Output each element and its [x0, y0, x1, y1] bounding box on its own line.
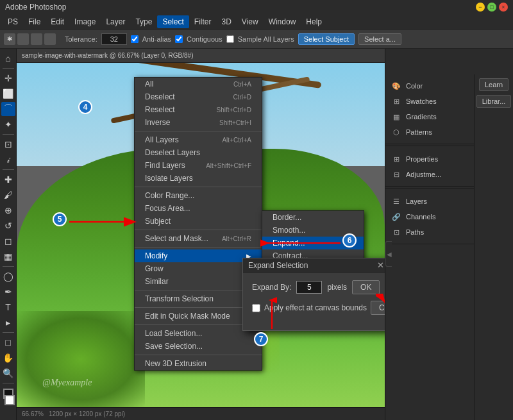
menu-item-reselect[interactable]: ReselectShift+Ctrl+D [135, 103, 262, 116]
hand-tool[interactable]: ✋ [1, 351, 15, 365]
sample-all-checkbox[interactable] [226, 35, 234, 43]
expand-cancel-button[interactable]: Cancel [371, 301, 385, 315]
expand-ok-button[interactable]: OK [352, 280, 380, 294]
marquee-tool[interactable]: ⬜ [1, 87, 15, 101]
toolbar-separator-6 [3, 383, 14, 383]
tool-icon-3[interactable] [31, 33, 42, 45]
dodge-tool[interactable]: ◯ [1, 269, 15, 283]
path-select-tool[interactable]: ▸ [1, 315, 15, 330]
tool-icon-2[interactable] [17, 33, 29, 45]
toolbar-separator-2 [3, 134, 14, 135]
background-color[interactable] [4, 395, 15, 405]
tolerance-input[interactable] [101, 33, 127, 45]
eyedropper-tool[interactable]: 𝒾 [1, 153, 15, 167]
panel-columns: 🎨 Color ⊞ Swatches ▦ Gradients ⬡ [385, 74, 513, 420]
expand-dialog-close-button[interactable]: ✕ [377, 260, 384, 270]
submenu-item-border[interactable]: Border... [262, 211, 364, 224]
apply-effect-checkbox[interactable] [252, 304, 260, 312]
crop-tool[interactable]: ⊡ [1, 137, 15, 151]
menu-window[interactable]: Window [264, 15, 301, 28]
menu-item-all[interactable]: AllCtrl+A [135, 78, 262, 90]
learn-button[interactable]: Learn [479, 78, 509, 91]
select-mask-button[interactable]: Select a... [358, 33, 401, 45]
menu-item-isolate-layers[interactable]: Isolate Layers [135, 172, 262, 185]
shape-tool[interactable]: □ [1, 335, 15, 349]
menu-filter[interactable]: Filter [189, 15, 217, 28]
pen-tool[interactable]: ✒ [1, 285, 15, 299]
brush-tool[interactable]: 🖌 [1, 188, 15, 202]
layers-panel-row[interactable]: ☰ Layers [391, 194, 469, 209]
paths-label: Paths [406, 228, 424, 236]
menu-view[interactable]: View [237, 15, 264, 28]
gradient-tool[interactable]: ▦ [1, 249, 15, 264]
menu-sep-3 [135, 230, 262, 230]
gradients-panel-row[interactable]: ▦ Gradients [391, 109, 469, 124]
color-icon: 🎨 [391, 80, 402, 92]
menu-item-inverse[interactable]: InverseShift+Ctrl+I [135, 116, 262, 129]
zoom-tool[interactable]: 🔍 [1, 366, 15, 380]
toolbar-separator-4 [3, 266, 14, 267]
lasso-tool[interactable]: ⌒ [1, 102, 15, 116]
channels-icon: 🔗 [391, 211, 402, 223]
properties-label: Properties [406, 155, 438, 163]
home-tool[interactable]: ⌂ [1, 51, 15, 65]
color-panel-row[interactable]: 🎨 Color [391, 78, 469, 94]
menu-bar: PS File Edit Image Layer Type Select Fil… [0, 14, 513, 29]
menu-item-find-layers[interactable]: Find LayersAlt+Shift+Ctrl+F [135, 159, 262, 172]
magic-wand-tool[interactable]: ✦ [1, 117, 15, 131]
healing-tool[interactable]: ✚ [1, 172, 15, 187]
antialias-checkbox[interactable] [131, 35, 139, 43]
menu-select[interactable]: Select [157, 15, 189, 28]
history-tool[interactable]: ↺ [1, 219, 15, 233]
menu-item-all-layers[interactable]: All LayersAlt+Ctrl+A [135, 133, 262, 146]
layers-icon: ☰ [391, 196, 402, 207]
menu-item-subject[interactable]: Subject [135, 215, 262, 228]
menu-item-color-range[interactable]: Color Range... [135, 189, 262, 202]
menu-ps[interactable]: PS [3, 15, 23, 28]
menu-file[interactable]: File [23, 15, 46, 28]
menu-item-focus-area[interactable]: Focus Area... [135, 202, 262, 215]
maximize-button[interactable]: □ [487, 3, 496, 12]
menu-item-deselect-layers[interactable]: Deselect Layers [135, 146, 262, 159]
expand-by-input[interactable] [296, 281, 322, 294]
patterns-panel-row[interactable]: ⬡ Patterns [391, 124, 469, 140]
step-7-badge: 7 [254, 332, 268, 346]
menu-item-save-sel[interactable]: Save Selection... [135, 340, 262, 353]
eraser-tool[interactable]: ◻ [1, 234, 15, 248]
menu-image[interactable]: Image [69, 15, 101, 28]
tool-icon-4[interactable] [44, 33, 56, 45]
contiguous-checkbox[interactable] [175, 35, 183, 43]
menu-item-select-mask[interactable]: Select and Mask...Alt+Ctrl+R [135, 232, 262, 245]
channels-panel-row[interactable]: 🔗 Channels [391, 209, 469, 224]
step-5-badge: 5 [53, 212, 67, 226]
move-tool[interactable]: ✛ [1, 71, 15, 85]
menu-help[interactable]: Help [301, 15, 327, 28]
menu-item-3d-extrude[interactable]: New 3D Extrusion [135, 357, 262, 370]
menu-type[interactable]: Type [130, 15, 157, 28]
patterns-icon: ⬡ [391, 126, 402, 138]
swatches-panel-row[interactable]: ⊞ Swatches [391, 94, 469, 109]
step-6-badge: 6 [342, 233, 357, 248]
menu-3d[interactable]: 3D [216, 15, 236, 28]
collapse-right-handle[interactable]: ◀ [385, 241, 392, 267]
close-button[interactable]: × [499, 3, 508, 12]
type-tool[interactable]: T [1, 300, 15, 314]
menu-sep-1 [135, 131, 262, 131]
libraries-button[interactable]: Librar... [476, 95, 512, 108]
menu-layer[interactable]: Layer [101, 15, 130, 28]
panel-separator-1 [385, 146, 474, 146]
toolbar-separator-3 [3, 169, 14, 170]
paths-icon: ⊡ [391, 226, 402, 238]
menu-edit[interactable]: Edit [46, 15, 69, 28]
select-subject-button[interactable]: Select Subject [298, 33, 355, 45]
unit-label: pixels [327, 283, 347, 292]
tolerance-label: Tolerance: [65, 35, 97, 43]
minimize-button[interactable]: − [476, 3, 485, 12]
adjustments-panel-row[interactable]: ⊟ Adjustme... [391, 167, 469, 182]
clone-tool[interactable]: ⊕ [1, 203, 15, 217]
canvas-area: ◀ sample-image-with-watermark @ 66.67% (… [17, 49, 385, 420]
tool-icon-1[interactable]: ✱ [4, 33, 15, 45]
properties-panel-row[interactable]: ⊞ Properties [391, 151, 469, 167]
menu-item-deselect[interactable]: DeselectCtrl+D [135, 90, 262, 103]
paths-panel-row[interactable]: ⊡ Paths [391, 224, 469, 240]
